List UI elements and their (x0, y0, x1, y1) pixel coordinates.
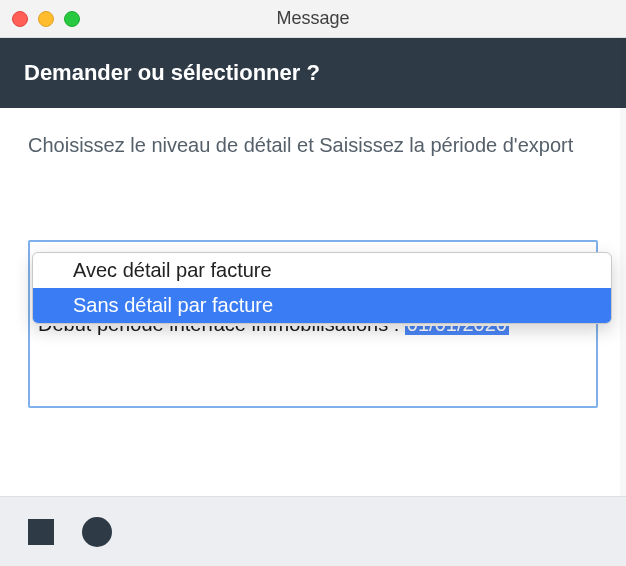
maximize-icon[interactable] (64, 11, 80, 27)
stop-square-icon[interactable] (28, 519, 54, 545)
dialog-footer (0, 496, 626, 566)
close-icon[interactable] (12, 11, 28, 27)
window-title: Message (276, 8, 349, 29)
dialog-header: Demander ou sélectionner ? (0, 38, 626, 108)
instruction-text: Choisissez le niveau de détail et Saisis… (28, 132, 598, 158)
option-avec-detail[interactable]: Avec détail par facture (33, 253, 611, 288)
dialog-title: Demander ou sélectionner ? (24, 60, 320, 85)
window-controls (12, 11, 80, 27)
field-start-period-value[interactable]: 01/01/2020 (405, 326, 509, 335)
detail-level-dropdown[interactable]: Avec détail par facture Sans détail par … (32, 252, 612, 324)
minimize-icon[interactable] (38, 11, 54, 27)
field-start-period-peek: Début période interface immobilisations … (38, 326, 576, 338)
message-window: Message Demander ou sélectionner ? Chois… (0, 0, 626, 566)
record-circle-icon[interactable] (82, 517, 112, 547)
scrollbar-track (620, 38, 626, 496)
option-sans-detail[interactable]: Sans détail par facture (33, 288, 611, 323)
titlebar: Message (0, 0, 626, 38)
field-start-period-label: Début période interface immobilisations … (38, 326, 405, 335)
